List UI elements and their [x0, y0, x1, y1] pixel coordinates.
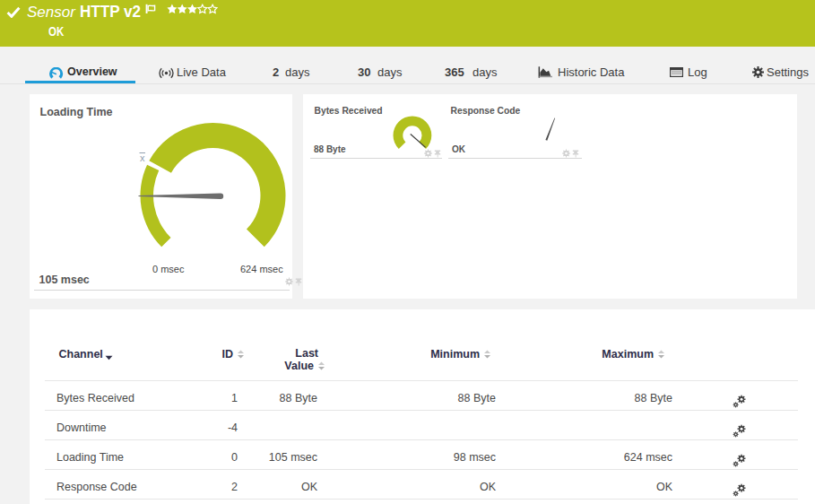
svg-text:x: x	[140, 152, 145, 163]
